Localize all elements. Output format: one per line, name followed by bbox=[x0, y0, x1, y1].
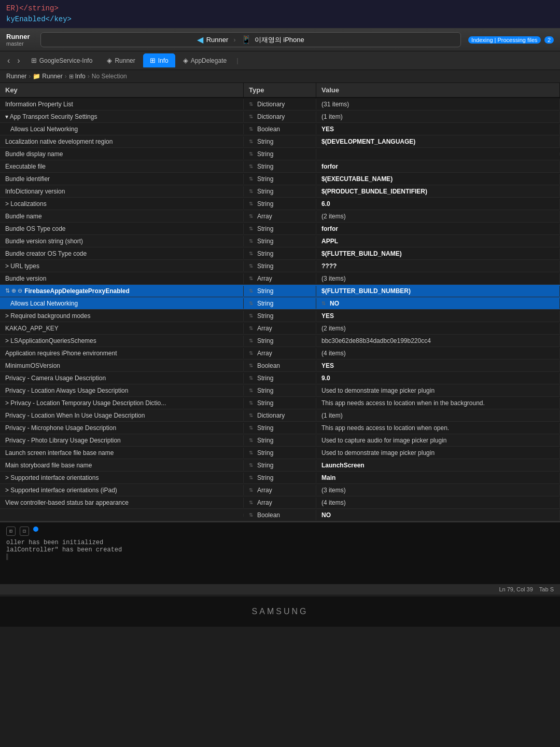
type-stepper-icon[interactable]: ⇅ bbox=[249, 163, 253, 169]
type-stepper-icon[interactable]: ⇅ bbox=[249, 450, 253, 455]
type-stepper-icon[interactable]: ⇅ bbox=[249, 325, 253, 331]
type-stepper-icon[interactable]: ⇅ bbox=[249, 437, 253, 443]
table-row[interactable]: KAKAO_APP_KEY⇅Array(2 items) bbox=[0, 322, 560, 335]
row-value: (1 item) bbox=[316, 410, 560, 421]
type-stepper-icon[interactable]: ⇅ bbox=[249, 487, 253, 493]
breadcrumb-runner1[interactable]: Runner bbox=[6, 73, 26, 80]
type-stepper-icon[interactable]: ⇅ bbox=[249, 251, 253, 256]
table-row[interactable]: > Privacy - Location Temporary Usage Des… bbox=[0, 397, 560, 409]
type-stepper-icon[interactable]: ⇅ bbox=[249, 213, 253, 219]
type-stepper-icon[interactable]: ⇅ bbox=[249, 275, 253, 281]
row-key: Information Property List bbox=[0, 99, 244, 109]
console-icon-1[interactable]: ⊞ bbox=[6, 527, 16, 536]
type-stepper-icon[interactable]: ⇅ bbox=[249, 126, 253, 132]
tab-nav-back[interactable]: ‹ bbox=[4, 54, 13, 67]
table-row[interactable]: Bundle creator OS Type code⇅String$(FLUT… bbox=[0, 247, 560, 260]
tab-runner[interactable]: ◈ Runner bbox=[100, 53, 142, 67]
type-stepper-icon[interactable]: ⇅ bbox=[249, 375, 253, 381]
console-line-3: ▌ bbox=[6, 554, 554, 561]
type-stepper-icon[interactable]: ⇅ bbox=[249, 462, 253, 468]
table-row[interactable]: Privacy - Location When In Use Usage Des… bbox=[0, 409, 560, 422]
table-row[interactable]: Main storyboard file base name⇅StringLau… bbox=[0, 459, 560, 472]
breadcrumb-runner2[interactable]: Runner bbox=[42, 73, 62, 80]
type-stepper-icon[interactable]: ⇅ bbox=[249, 338, 253, 343]
row-type: ⇅Boolean bbox=[244, 124, 316, 134]
row-type: ⇅String bbox=[244, 373, 316, 383]
type-stepper-icon[interactable]: ⇅ bbox=[249, 512, 253, 518]
table-row[interactable]: Bundle version⇅Array(3 items) bbox=[0, 272, 560, 285]
table-row[interactable]: InfoDictionary version⇅String$(PRODUCT_B… bbox=[0, 185, 560, 198]
type-stepper-icon[interactable]: ⇅ bbox=[249, 412, 253, 418]
row-value: Used to demonstrate image picker plugin bbox=[316, 385, 560, 396]
table-row[interactable]: > URL types⇅String???? bbox=[0, 260, 560, 272]
table-row[interactable]: ▾ App Transport Security Settings⇅Dictio… bbox=[0, 110, 560, 123]
breadcrumb-info[interactable]: Info bbox=[75, 73, 86, 80]
table-row[interactable]: Bundle identifier⇅String$(EXECUTABLE_NAM… bbox=[0, 173, 560, 185]
plist-rows-container: Information Property List⇅Dictionary(31 … bbox=[0, 98, 560, 521]
google-file-icon: ⊞ bbox=[31, 57, 37, 64]
table-row[interactable]: > LSApplicationQueriesSchemes⇅Stringbbc3… bbox=[0, 335, 560, 347]
row-type: ⇅String bbox=[244, 236, 316, 246]
breadcrumb-no-selection: No Selection bbox=[92, 73, 127, 80]
table-row[interactable]: Privacy - Camera Usage Description⇅Strin… bbox=[0, 372, 560, 384]
tab-appdelegate[interactable]: ◈ AppDelegate bbox=[176, 53, 233, 67]
table-row[interactable]: ⇅ ⊕ ⊖ FirebaseAppDelegateProxyEnabled⇅St… bbox=[0, 285, 560, 297]
type-stepper-icon[interactable]: ⇅ bbox=[249, 400, 253, 406]
table-row[interactable]: > Supported interface orientations⇅Strin… bbox=[0, 472, 560, 484]
table-row[interactable]: > Localizations⇅String6.0 bbox=[0, 198, 560, 210]
row-value: Main bbox=[316, 473, 560, 483]
table-row[interactable]: View controller-based status bar appeara… bbox=[0, 496, 560, 509]
table-row[interactable]: > Required background modes⇅StringYES bbox=[0, 310, 560, 322]
table-row[interactable]: Bundle display name⇅String bbox=[0, 148, 560, 160]
indexing-status: Indexing | Processing files 2 bbox=[466, 36, 554, 44]
type-stepper-icon[interactable]: ⇅ bbox=[249, 114, 253, 119]
tab-google-service-info[interactable]: ⊞ GoogleService-Info bbox=[24, 53, 100, 67]
table-row[interactable]: Application requires iPhone environment⇅… bbox=[0, 347, 560, 359]
table-row[interactable]: Allows Local Networking⇅String⇅NO bbox=[0, 297, 560, 310]
console-icon-2[interactable]: ⊟ bbox=[20, 527, 29, 536]
type-stepper-icon[interactable]: ⇅ bbox=[249, 201, 253, 206]
project-name: Runner bbox=[6, 33, 30, 40]
type-stepper-icon[interactable]: ⇅ bbox=[249, 288, 253, 294]
type-stepper-icon[interactable]: ⇅ bbox=[249, 176, 253, 182]
type-stepper-icon[interactable]: ⇅ bbox=[249, 151, 253, 157]
table-row[interactable]: MinimumOSVersion⇅BooleanYES bbox=[0, 359, 560, 372]
status-bar: Ln 79, Col 39 Tab S bbox=[0, 584, 560, 594]
console-active-dot bbox=[33, 527, 38, 532]
table-row[interactable]: Executable file⇅Stringforfor bbox=[0, 160, 560, 173]
tab-info[interactable]: ⊞ Info bbox=[143, 53, 175, 67]
type-stepper-icon[interactable]: ⇅ bbox=[249, 238, 253, 244]
value-stepper[interactable]: ⇅ bbox=[321, 300, 326, 306]
indexing-badge: 2 bbox=[544, 36, 554, 44]
type-stepper-icon[interactable]: ⇅ bbox=[249, 425, 253, 431]
type-stepper-icon[interactable]: ⇅ bbox=[249, 363, 253, 368]
type-stepper-icon[interactable]: ⇅ bbox=[249, 500, 253, 505]
type-stepper-icon[interactable]: ⇅ bbox=[249, 101, 253, 107]
type-stepper-icon[interactable]: ⇅ bbox=[249, 226, 253, 231]
type-stepper-icon[interactable]: ⇅ bbox=[249, 388, 253, 393]
type-stepper-icon[interactable]: ⇅ bbox=[249, 300, 253, 306]
table-row[interactable]: Bundle name⇅Array(2 items) bbox=[0, 210, 560, 223]
table-row[interactable]: Privacy - Photo Library Usage Descriptio… bbox=[0, 434, 560, 447]
table-row[interactable]: ⇅BooleanNO bbox=[0, 509, 560, 521]
table-row[interactable]: > Supported interface orientations (iPad… bbox=[0, 484, 560, 496]
table-row[interactable]: Privacy - Location Always Usage Descript… bbox=[0, 384, 560, 397]
table-row[interactable]: Bundle version string (short)⇅StringAPPL bbox=[0, 235, 560, 247]
type-stepper-icon[interactable]: ⇅ bbox=[249, 313, 253, 319]
type-stepper-icon[interactable]: ⇅ bbox=[249, 139, 253, 144]
type-stepper-icon[interactable]: ⇅ bbox=[249, 475, 253, 480]
table-row[interactable]: Allows Local Networking⇅BooleanYES bbox=[0, 123, 560, 135]
table-row[interactable]: Localization native development region⇅S… bbox=[0, 135, 560, 148]
table-row[interactable]: Information Property List⇅Dictionary(31 … bbox=[0, 98, 560, 110]
type-stepper-icon[interactable]: ⇅ bbox=[249, 350, 253, 356]
tab-nav-forward[interactable]: › bbox=[14, 54, 23, 67]
row-type: ⇅String bbox=[244, 336, 316, 346]
table-row[interactable]: Bundle OS Type code⇅Stringforfor bbox=[0, 223, 560, 235]
table-row[interactable]: Launch screen interface file base name⇅S… bbox=[0, 447, 560, 459]
type-stepper-icon[interactable]: ⇅ bbox=[249, 263, 253, 269]
row-type: ⇅Array bbox=[244, 485, 316, 495]
device-selector[interactable]: ◀ Runner › 📱 이재영의 iPhone bbox=[40, 32, 461, 47]
table-row[interactable]: Privacy - Microphone Usage Description⇅S… bbox=[0, 422, 560, 434]
row-type: ⇅String bbox=[244, 385, 316, 396]
type-stepper-icon[interactable]: ⇅ bbox=[249, 188, 253, 194]
